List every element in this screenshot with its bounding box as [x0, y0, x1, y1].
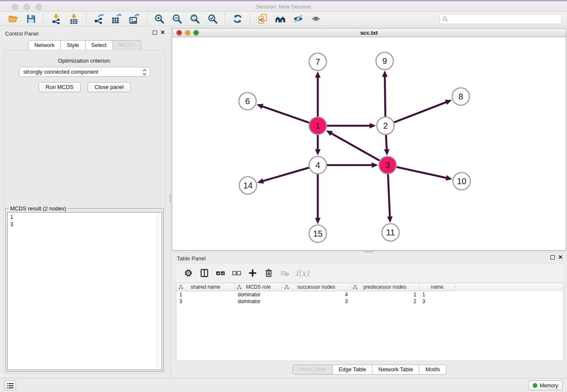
mcds-result-title: MCDS result (2 nodes) [8, 205, 68, 212]
table-cell[interactable]: 1 [419, 291, 455, 298]
export-image-icon[interactable] [127, 13, 141, 25]
network-canvas[interactable]: 7968124314101511 [172, 37, 566, 250]
table-tab-edge-table[interactable]: Edge Table [333, 364, 372, 375]
edge-3-1[interactable] [330, 133, 380, 160]
edge-2-9[interactable] [385, 75, 385, 116]
table-cell[interactable]: 4 [282, 291, 351, 298]
run-mcds-button[interactable]: Run MCDS [39, 82, 81, 92]
column-header-predecessor-nodes[interactable]: predecessor nodes [351, 283, 419, 291]
zoom-out-icon[interactable] [170, 13, 184, 25]
column-header-label: name [431, 284, 443, 290]
toolbar-separator [146, 14, 147, 25]
edge-arrowhead [315, 218, 321, 224]
node-label-14: 14 [243, 181, 253, 190]
edge-arrowhead [382, 70, 388, 77]
network-graph[interactable]: 7968124314101511 [172, 37, 566, 250]
column-header-MCDS-role[interactable]: MCDS role [235, 283, 282, 291]
zoom-in-icon[interactable] [152, 13, 166, 25]
result-line: 1 [10, 213, 162, 221]
table-cell[interactable]: 3 [176, 298, 235, 305]
table-cell[interactable]: 2 [351, 298, 419, 305]
node-label-7: 7 [315, 57, 320, 66]
table-cell[interactable]: dominator [235, 298, 282, 305]
table-tab-network-table[interactable]: Network Table [372, 364, 419, 375]
control-panel-tabs: NetworkStyleSelectMCDS [0, 40, 169, 50]
save-session-icon[interactable] [24, 13, 38, 25]
table-row[interactable]: 1dominator411 [176, 291, 563, 298]
export-network-icon[interactable] [91, 13, 106, 25]
edge-arrowhead [315, 149, 321, 156]
column-header-label: shared name [190, 284, 220, 290]
table-toolbar: f(x) [176, 264, 564, 282]
column-type-icon [179, 285, 183, 290]
table-panel: Table Panel ✕ f(x) shared nameMCDS rol [172, 253, 567, 378]
network-window-title: scc.txt [172, 30, 566, 36]
table-cell[interactable]: dominator [235, 291, 282, 298]
table-tab-node-table[interactable]: Node Table [292, 364, 333, 375]
tab-mcds[interactable]: MCDS [113, 40, 141, 50]
mcds-tab-content: Optimization criterion: strongly connect… [3, 50, 166, 374]
close-table-panel-icon[interactable]: ✕ [558, 255, 563, 259]
import-network-icon[interactable] [49, 13, 63, 25]
table-panel-title: Table Panel [177, 255, 206, 262]
edge-4-14[interactable] [261, 168, 309, 182]
column-header-shared-name[interactable]: shared name [176, 283, 235, 291]
tab-style[interactable]: Style [61, 40, 85, 50]
table-settings-icon[interactable] [182, 267, 195, 279]
clone-network-icon[interactable] [255, 13, 270, 25]
node-table[interactable]: shared nameMCDS rolesuccessor nodesprede… [176, 283, 564, 361]
edge-3-10[interactable] [396, 167, 448, 178]
edge-arrowhead [446, 175, 452, 181]
search-input[interactable] [439, 14, 562, 24]
node-label-3: 3 [385, 160, 390, 170]
column-header-name[interactable]: name [419, 283, 455, 291]
close-panel-button[interactable]: Close panel [88, 82, 131, 92]
table-cell[interactable]: 1 [351, 291, 419, 298]
select-all-rows-icon[interactable] [214, 267, 227, 279]
first-neighbors-icon[interactable] [273, 13, 287, 25]
import-table-icon[interactable] [66, 13, 81, 25]
close-panel-icon[interactable]: ✕ [160, 30, 165, 35]
add-column-icon[interactable] [246, 267, 259, 279]
edge-2-3[interactable] [386, 135, 387, 151]
table-cell[interactable]: 1 [176, 291, 235, 298]
toolbar-separator [43, 14, 44, 25]
edge-2-8[interactable] [394, 102, 448, 122]
table-tab-motifs[interactable]: Motifs [419, 364, 446, 375]
table-row[interactable]: 3dominator323 [176, 298, 563, 305]
delete-table-icon[interactable] [278, 267, 291, 279]
edge-arrowhead [257, 178, 264, 183]
delete-column-icon[interactable] [262, 267, 275, 279]
table-cell[interactable]: 3 [419, 298, 455, 305]
criterion-select[interactable]: strongly connected component [19, 67, 150, 77]
zoom-fit-icon[interactable] [187, 13, 202, 25]
float-table-panel-icon[interactable] [550, 255, 555, 259]
memory-button[interactable]: Memory [528, 381, 563, 390]
deselect-all-rows-icon[interactable] [230, 267, 243, 279]
task-history-button[interactable] [4, 381, 16, 390]
open-session-icon[interactable] [6, 13, 20, 25]
export-table-icon[interactable] [109, 13, 124, 25]
float-panel-icon[interactable] [153, 30, 157, 35]
column-header-label: MCDS role [246, 284, 271, 290]
result-scrollbar[interactable] [156, 213, 162, 370]
edge-3-11[interactable] [388, 174, 390, 218]
show-columns-icon[interactable] [198, 267, 211, 279]
edge-arrowhead [387, 216, 393, 223]
memory-label: Memory [540, 383, 558, 389]
column-header-successor-nodes[interactable]: successor nodes [282, 283, 351, 291]
control-panel-title: Control Panel [5, 30, 39, 37]
tab-network[interactable]: Network [28, 40, 61, 50]
node-label-15: 15 [313, 229, 322, 238]
show-all-icon[interactable] [308, 13, 323, 25]
table-cell[interactable]: 3 [282, 298, 351, 305]
mcds-result-text[interactable]: 13 [7, 212, 162, 370]
edge-1-6[interactable] [261, 106, 309, 123]
network-window-titlebar[interactable]: ✕ – + scc.txt [172, 28, 566, 37]
tab-select[interactable]: Select [85, 40, 113, 50]
zoom-selected-icon[interactable] [205, 13, 220, 25]
column-type-icon [284, 285, 289, 290]
refresh-layout-icon[interactable] [230, 13, 245, 25]
function-builder-icon[interactable]: f(x) [295, 268, 309, 278]
hide-selected-icon[interactable] [291, 13, 305, 25]
